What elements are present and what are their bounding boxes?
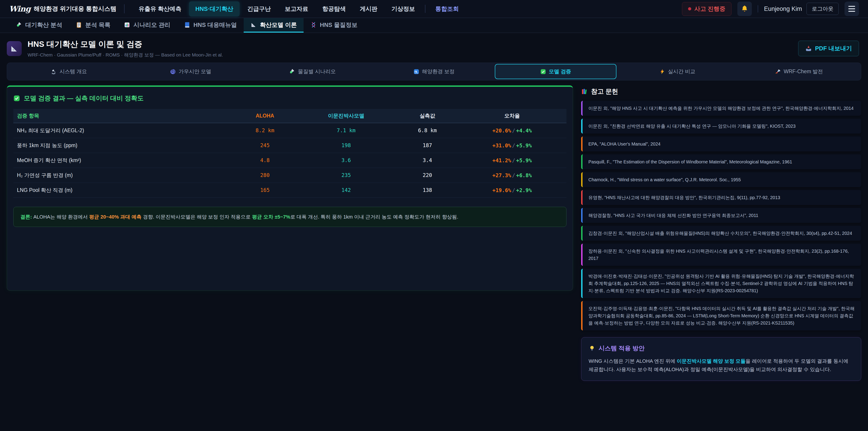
references-list: 이문진 외, "해양 HNS 사고 시 대기확산 예측을 위한 가우시안 모델의… (581, 101, 861, 331)
triangle-ruler-icon (10, 44, 19, 53)
validation-section-title: 모델 검증 결과 — 실측 데이터 대비 정확도 (13, 94, 566, 102)
lightning-icon (659, 69, 665, 74)
subnav-item[interactable]: HNS 대응매뉴얼 (177, 18, 244, 33)
references-panel: 참고 문헌 이문진 외, "해양 HNS 사고 시 대기확산 예측을 위한 가우… (581, 86, 861, 381)
table-cell: 138 (397, 183, 458, 198)
section-tab-label: 실시간 비교 (668, 68, 695, 75)
error-rate-cell: +20.6%/+4.4% (458, 123, 566, 138)
table-cell: 3.6 (295, 153, 397, 168)
table-cell: 187 (397, 138, 458, 153)
subnav-item[interactable]: HNS 물질정보 (304, 18, 364, 33)
subnav-item-label: HNS 물질정보 (320, 21, 358, 29)
table-cell: 220 (397, 168, 458, 183)
section-tab[interactable]: 실시간 비교 (616, 64, 738, 79)
subnav-item-label: 분석 목록 (85, 21, 110, 29)
table-cell: 4.8 (235, 153, 295, 168)
section-tab[interactable]: 모델 검증 (495, 64, 616, 79)
table-cell: NH₃ 최대 도달거리 (AEGL-2) (13, 123, 235, 138)
notifications-button[interactable] (737, 2, 752, 16)
reference-item: 이문진 외, "해양 HNS 사고 시 대기확산 예측을 위한 가우시안 모델의… (581, 101, 861, 116)
incident-status-badge[interactable]: 사고 진행중 (682, 2, 732, 16)
divider (425, 5, 426, 13)
reference-item: 박경애·이진호·박재진·김태성·이문진, "인공위성 원격탐사 기반 AI 활용… (581, 269, 861, 298)
nav-item[interactable]: 긴급구난 (241, 1, 277, 17)
text-segment: 결론: (20, 214, 32, 220)
top-navigation-bar: Wing 해양환경 위기대응 통합시스템 유출유 확산예측HNS·대기확산긴급구… (0, 0, 868, 18)
text-segment: 이문진박사모델 해양 보정 모듈 (677, 358, 745, 364)
status-dot-icon (688, 7, 691, 10)
subnav-item[interactable]: 시나리오 관리 (117, 18, 177, 33)
table-cell: H₂ 가연성 구름 반경 (m) (13, 168, 235, 183)
microscope-icon (51, 69, 57, 74)
validation-table: 검증 항목ALOHA이문진박사모델실측값오차율 NH₃ 최대 도달거리 (AEG… (13, 109, 566, 198)
check-icon (13, 95, 20, 102)
subnav-item-label: 시나리오 관리 (133, 21, 170, 29)
page-header: HNS 대기확산 모델 이론 및 검증 WRF-Chem · Gaussian … (0, 33, 868, 63)
nav-item[interactable]: 유출유 확산예측 (132, 1, 188, 17)
table-cell: 풍하 1km 지점 농도 (ppm) (13, 138, 235, 153)
section-tabstrip: 시스템 개요가우시안 모델물질별 시나리오해양환경 보정모델 검증실시간 비교W… (7, 63, 861, 81)
subnav-item[interactable]: 분석 목록 (69, 18, 117, 33)
incident-badge-label: 사고 진행중 (694, 5, 725, 13)
validation-table-header: 검증 항목ALOHA이문진박사모델실측값오차율 (13, 109, 566, 123)
rocket-icon (775, 69, 781, 74)
subnav-item-label: 확산모델 이론 (260, 21, 297, 29)
lightbulb-icon (589, 345, 595, 352)
flask-icon (16, 22, 22, 28)
table-cell: 245 (235, 138, 295, 153)
nav-item[interactable]: HNS·대기확산 (189, 1, 240, 17)
subnav-item[interactable]: 대기확산 분석 (9, 18, 69, 33)
reference-item: Charnock, H., "Wind stress on a water su… (581, 172, 861, 187)
table-cell: 280 (235, 168, 295, 183)
text-segment: ALOHA는 해양 환경에서 (32, 214, 89, 220)
reference-item: 해양경찰청, "HNS 사고 국가 대비 대응 체제 선진화 방안 연구용역 최… (581, 208, 861, 223)
nav-item[interactable]: 보고자료 (278, 1, 315, 17)
table-row: LNG Pool 확산 직경 (m)165142138+19.6%/+2.9% (13, 183, 566, 198)
table-cell: 235 (295, 168, 397, 183)
clipboard-icon (76, 22, 82, 28)
section-tab[interactable]: WRF-Chem 발전 (738, 64, 860, 79)
check-icon (540, 69, 546, 74)
table-column-header: 오차율 (458, 109, 566, 123)
divider (124, 4, 125, 13)
table-column-header: 이문진박사모델 (295, 109, 397, 123)
references-title: 참고 문헌 (581, 87, 861, 96)
table-cell: LNG Pool 확산 직경 (m) (13, 183, 235, 198)
model-validation-card: 모델 검증 결과 — 실측 데이터 대비 정확도 검증 항목ALOHA이문진박사… (7, 86, 573, 291)
system-application-title: 시스템 적용 방안 (589, 344, 854, 352)
pdf-export-button[interactable]: PDF 내보내기 (798, 41, 859, 56)
nav-item[interactable]: 기상정보 (385, 1, 421, 17)
main-content: 모델 검증 결과 — 실측 데이터 대비 정확도 검증 항목ALOHA이문진박사… (0, 81, 868, 381)
menu-button[interactable] (844, 2, 859, 16)
table-column-header: ALOHA (235, 109, 295, 123)
table-cell: 7.1 km (295, 123, 397, 138)
section-tab[interactable]: 가우시안 모델 (130, 64, 251, 79)
divider (758, 5, 758, 12)
conclusion-note: 결론: ALOHA는 해양 환경에서 평균 20~40% 과대 예측 경향. 이… (13, 207, 566, 227)
text-segment: WING 시스템은 기본 ALOHA 엔진 위에 (589, 358, 677, 364)
section-tab-label: 시스템 개요 (59, 68, 87, 75)
section-tab[interactable]: 해양환경 보정 (373, 64, 495, 79)
table-row: MeOH 증기 확산 면적 (km²)4.83.63.4+41.2%/+5.9% (13, 153, 566, 168)
reference-item: Pasquill, F., "The Estimation of the Dis… (581, 154, 861, 169)
table-cell: MeOH 증기 확산 면적 (km²) (13, 153, 235, 168)
page-title: HNS 대기확산 모델 이론 및 검증 (28, 39, 223, 50)
subnav-item[interactable]: 확산모델 이론 (244, 18, 304, 33)
system-application-card: 시스템 적용 방안 WING 시스템은 기본 ALOHA 엔진 위에 이문진박사… (581, 337, 861, 381)
nav-item[interactable]: 항공탐색 (316, 1, 352, 17)
reference-item: EPA, "ALOHA User's Manual", 2024 (581, 136, 861, 151)
nav-item[interactable]: 게시판 (353, 1, 384, 17)
error-rate-cell: +27.3%/+6.8% (458, 168, 566, 183)
section-tab[interactable]: 시스템 개요 (8, 64, 130, 79)
app-logo[interactable]: Wing 해양환경 위기대응 통합시스템 (9, 4, 116, 13)
table-cell: 6.8 km (397, 123, 458, 138)
reference-item: 김창겸·이문진 외, "해양산업시설 배출 위험유해물질(HNS)의 해양확산 … (581, 226, 861, 241)
logo-title: 해양환경 위기대응 통합시스템 (34, 5, 116, 13)
nav-item[interactable]: 통합조회 (429, 1, 465, 17)
logout-button[interactable]: 로그아웃 (807, 3, 839, 15)
section-tab-label: 물질별 시나리오 (298, 68, 336, 75)
section-tab[interactable]: 물질별 시나리오 (252, 64, 373, 79)
table-column-header: 검증 항목 (13, 109, 235, 123)
logo-wing-mark: Wing (9, 4, 31, 13)
primary-nav: 유출유 확산예측HNS·대기확산긴급구난보고자료항공탐색게시판기상정보통합조회 (132, 1, 465, 17)
